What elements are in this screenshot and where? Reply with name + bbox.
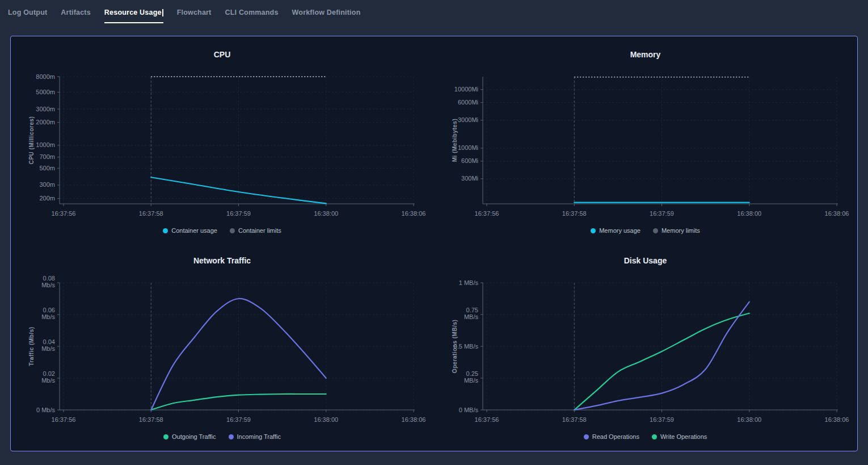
grid-lines bbox=[60, 283, 414, 410]
tab-flowchart[interactable]: Flowchart bbox=[177, 0, 212, 25]
svg-text:16:37:58: 16:37:58 bbox=[139, 210, 163, 217]
legend-item-container-usage[interactable]: Container usage bbox=[163, 227, 217, 234]
svg-text:500m: 500m bbox=[39, 165, 55, 171]
legend-dot-icon bbox=[652, 434, 657, 439]
tab-cli-commands[interactable]: CLI Commands bbox=[225, 0, 278, 25]
tab-label: Artifacts bbox=[61, 9, 91, 16]
svg-text:200m: 200m bbox=[39, 195, 55, 202]
axes bbox=[57, 77, 415, 206]
memory-chart-panel: Memory Mi (Mebibytes) 300Mi600Mi1000Mi30… bbox=[434, 36, 857, 242]
tab-bar: Log OutputArtifactsResource UsageFlowcha… bbox=[0, 0, 868, 25]
legend-item-read-operations[interactable]: Read Operations bbox=[584, 433, 639, 440]
legend-label: Read Operations bbox=[592, 433, 639, 440]
disk-legend: Read OperationsWrite Operations bbox=[434, 433, 857, 440]
legend-label: Container usage bbox=[171, 227, 217, 234]
disk-chart-canvas: 0 MB/s0.25MB/s0.5 MB/s0.75MB/s1 MB/s16:3… bbox=[434, 242, 857, 449]
svg-text:600Mi: 600Mi bbox=[461, 157, 478, 164]
x-tick-labels: 16:37:5616:37:5816:37:5916:38:0016:38:06 bbox=[475, 210, 849, 217]
svg-text:300m: 300m bbox=[39, 181, 55, 188]
svg-text:300Mi: 300Mi bbox=[461, 175, 478, 182]
legend-item-memory-limits[interactable]: Memory limits bbox=[653, 227, 700, 234]
svg-text:6000Mi: 6000Mi bbox=[458, 99, 478, 106]
svg-text:16:37:56: 16:37:56 bbox=[475, 210, 499, 217]
svg-text:0.06: 0.06 bbox=[43, 307, 55, 313]
svg-text:1 MB/s: 1 MB/s bbox=[459, 279, 479, 286]
svg-text:16:37:58: 16:37:58 bbox=[139, 416, 163, 423]
legend-item-outgoing-traffic[interactable]: Outgoing Traffic bbox=[163, 433, 216, 440]
cpu-legend: Container usageContainer limits bbox=[11, 227, 433, 234]
svg-text:0.02: 0.02 bbox=[43, 370, 55, 377]
svg-text:0.75: 0.75 bbox=[466, 307, 478, 313]
svg-text:0.5 MB/s: 0.5 MB/s bbox=[454, 343, 479, 350]
svg-text:0.08: 0.08 bbox=[43, 275, 55, 282]
legend-label: Memory limits bbox=[661, 227, 700, 234]
svg-text:8000m: 8000m bbox=[36, 73, 55, 80]
y-tick-labels: 0 MB/s0.25MB/s0.5 MB/s0.75MB/s1 MB/s bbox=[454, 279, 479, 413]
x-tick-labels: 16:37:5616:37:5816:37:5916:38:0016:38:06 bbox=[52, 210, 426, 217]
svg-text:2000m: 2000m bbox=[36, 119, 55, 125]
svg-text:700m: 700m bbox=[39, 153, 55, 160]
svg-text:16:38:06: 16:38:06 bbox=[402, 416, 426, 423]
axes bbox=[481, 77, 838, 206]
svg-text:1000Mi: 1000Mi bbox=[458, 144, 478, 151]
cpu-chart-canvas: 200m300m500m700m1000m2000m3000m5000m8000… bbox=[11, 36, 433, 242]
legend-label: Outgoing Traffic bbox=[172, 433, 216, 440]
legend-dot-icon bbox=[163, 228, 168, 233]
svg-text:Mb/s: Mb/s bbox=[41, 282, 55, 288]
tab-label: Workflow Definition bbox=[292, 9, 361, 16]
svg-text:10000Mi: 10000Mi bbox=[454, 86, 478, 93]
svg-text:3000m: 3000m bbox=[36, 106, 55, 112]
svg-text:0.04: 0.04 bbox=[43, 338, 55, 345]
svg-text:5000m: 5000m bbox=[36, 89, 55, 95]
svg-text:16:37:58: 16:37:58 bbox=[562, 416, 587, 423]
legend-dot-icon bbox=[163, 434, 168, 439]
grid-lines bbox=[60, 77, 414, 204]
svg-text:16:37:59: 16:37:59 bbox=[650, 210, 674, 217]
legend-label: Container limits bbox=[238, 227, 281, 234]
x-tick-labels: 16:37:5616:37:5816:37:5916:38:0016:38:06 bbox=[475, 416, 849, 423]
svg-text:MB/s: MB/s bbox=[464, 313, 479, 320]
grid-lines bbox=[483, 283, 837, 410]
svg-text:16:37:59: 16:37:59 bbox=[226, 210, 251, 217]
cpu-chart-panel: CPU CPU (Millicores) 200m300m500m700m100… bbox=[11, 36, 433, 242]
svg-text:0 Mb/s: 0 Mb/s bbox=[36, 407, 56, 413]
tab-label: CLI Commands bbox=[225, 9, 278, 16]
svg-text:Mb/s: Mb/s bbox=[41, 345, 55, 352]
legend-item-memory-usage[interactable]: Memory usage bbox=[591, 227, 641, 234]
text-cursor bbox=[162, 9, 163, 16]
svg-text:16:38:06: 16:38:06 bbox=[402, 210, 426, 217]
svg-text:Mb/s: Mb/s bbox=[41, 377, 55, 384]
network-chart-canvas: 0 Mb/s0.02Mb/s0.04Mb/s0.06Mb/s0.08Mb/s16… bbox=[11, 242, 433, 449]
legend-label: Memory usage bbox=[599, 227, 641, 234]
legend-item-container-limits[interactable]: Container limits bbox=[230, 227, 281, 234]
tab-artifacts[interactable]: Artifacts bbox=[61, 0, 91, 25]
svg-text:16:38:00: 16:38:00 bbox=[737, 210, 761, 217]
y-tick-labels: 300Mi600Mi1000Mi3000Mi6000Mi10000Mi bbox=[454, 86, 478, 182]
network-legend: Outgoing TrafficIncoming Traffic bbox=[11, 433, 433, 440]
svg-text:16:38:00: 16:38:00 bbox=[314, 416, 338, 423]
svg-text:16:38:06: 16:38:06 bbox=[825, 210, 849, 217]
tab-resource-usage[interactable]: Resource Usage bbox=[104, 0, 163, 25]
svg-text:0.25: 0.25 bbox=[466, 370, 478, 377]
resource-usage-panel: CPU CPU (Millicores) 200m300m500m700m100… bbox=[10, 36, 858, 451]
svg-text:16:37:59: 16:37:59 bbox=[226, 416, 251, 423]
tab-workflow-definition[interactable]: Workflow Definition bbox=[292, 0, 361, 25]
legend-label: Incoming Traffic bbox=[237, 433, 281, 440]
svg-text:Mb/s: Mb/s bbox=[41, 313, 55, 320]
tab-log-output[interactable]: Log Output bbox=[8, 0, 47, 25]
tab-label: Log Output bbox=[8, 9, 47, 16]
legend-item-write-operations[interactable]: Write Operations bbox=[652, 433, 707, 440]
legend-item-incoming-traffic[interactable]: Incoming Traffic bbox=[229, 433, 281, 440]
disk-chart-panel: Disk Usage Operations (MB/s) 0 MB/s0.25M… bbox=[434, 242, 857, 449]
tab-label: Resource Usage bbox=[104, 9, 162, 16]
svg-text:16:38:06: 16:38:06 bbox=[825, 416, 849, 423]
axes bbox=[481, 283, 838, 412]
svg-text:16:37:56: 16:37:56 bbox=[52, 416, 76, 423]
svg-text:16:37:59: 16:37:59 bbox=[650, 416, 674, 423]
legend-label: Write Operations bbox=[660, 433, 707, 440]
svg-text:16:37:56: 16:37:56 bbox=[475, 416, 499, 423]
x-tick-labels: 16:37:5616:37:5816:37:5916:38:0016:38:06 bbox=[52, 416, 426, 423]
network-chart-panel: Network Traffic Traffic (Mb/s) 0 Mb/s0.0… bbox=[11, 242, 433, 449]
svg-text:16:37:58: 16:37:58 bbox=[562, 210, 587, 217]
svg-text:MB/s: MB/s bbox=[464, 377, 479, 384]
